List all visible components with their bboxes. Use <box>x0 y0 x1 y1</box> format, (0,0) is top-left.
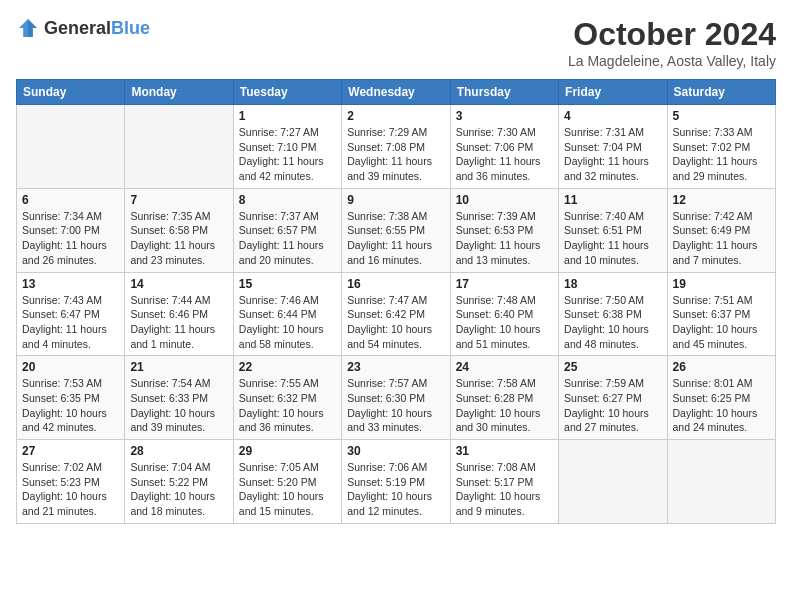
calendar-day-cell: 5Sunrise: 7:33 AMSunset: 7:02 PMDaylight… <box>667 105 775 189</box>
day-number: 22 <box>239 360 336 374</box>
calendar-day-cell <box>125 105 233 189</box>
calendar-week-row: 20Sunrise: 7:53 AMSunset: 6:35 PMDayligh… <box>17 356 776 440</box>
calendar-week-row: 27Sunrise: 7:02 AMSunset: 5:23 PMDayligh… <box>17 440 776 524</box>
day-info: Sunrise: 7:08 AMSunset: 5:17 PMDaylight:… <box>456 460 553 519</box>
calendar-day-cell: 30Sunrise: 7:06 AMSunset: 5:19 PMDayligh… <box>342 440 450 524</box>
calendar-day-cell: 21Sunrise: 7:54 AMSunset: 6:33 PMDayligh… <box>125 356 233 440</box>
day-number: 7 <box>130 193 227 207</box>
day-number: 14 <box>130 277 227 291</box>
day-number: 29 <box>239 444 336 458</box>
calendar-day-cell: 31Sunrise: 7:08 AMSunset: 5:17 PMDayligh… <box>450 440 558 524</box>
calendar-week-row: 13Sunrise: 7:43 AMSunset: 6:47 PMDayligh… <box>17 272 776 356</box>
day-info: Sunrise: 7:02 AMSunset: 5:23 PMDaylight:… <box>22 460 119 519</box>
calendar-week-row: 6Sunrise: 7:34 AMSunset: 7:00 PMDaylight… <box>17 188 776 272</box>
day-info: Sunrise: 7:46 AMSunset: 6:44 PMDaylight:… <box>239 293 336 352</box>
weekday-header-row: SundayMondayTuesdayWednesdayThursdayFrid… <box>17 80 776 105</box>
day-number: 30 <box>347 444 444 458</box>
day-info: Sunrise: 7:43 AMSunset: 6:47 PMDaylight:… <box>22 293 119 352</box>
day-info: Sunrise: 7:39 AMSunset: 6:53 PMDaylight:… <box>456 209 553 268</box>
calendar-day-cell: 28Sunrise: 7:04 AMSunset: 5:22 PMDayligh… <box>125 440 233 524</box>
day-info: Sunrise: 7:37 AMSunset: 6:57 PMDaylight:… <box>239 209 336 268</box>
day-info: Sunrise: 7:44 AMSunset: 6:46 PMDaylight:… <box>130 293 227 352</box>
calendar-day-cell: 17Sunrise: 7:48 AMSunset: 6:40 PMDayligh… <box>450 272 558 356</box>
day-number: 17 <box>456 277 553 291</box>
day-number: 6 <box>22 193 119 207</box>
day-number: 12 <box>673 193 770 207</box>
logo: GeneralBlue <box>16 16 150 40</box>
day-number: 20 <box>22 360 119 374</box>
calendar-day-cell: 25Sunrise: 7:59 AMSunset: 6:27 PMDayligh… <box>559 356 667 440</box>
calendar-day-cell: 22Sunrise: 7:55 AMSunset: 6:32 PMDayligh… <box>233 356 341 440</box>
day-number: 21 <box>130 360 227 374</box>
calendar-day-cell: 2Sunrise: 7:29 AMSunset: 7:08 PMDaylight… <box>342 105 450 189</box>
calendar-day-cell: 13Sunrise: 7:43 AMSunset: 6:47 PMDayligh… <box>17 272 125 356</box>
calendar-day-cell: 9Sunrise: 7:38 AMSunset: 6:55 PMDaylight… <box>342 188 450 272</box>
weekday-header: Monday <box>125 80 233 105</box>
day-number: 18 <box>564 277 661 291</box>
day-number: 13 <box>22 277 119 291</box>
day-info: Sunrise: 7:53 AMSunset: 6:35 PMDaylight:… <box>22 376 119 435</box>
day-info: Sunrise: 8:01 AMSunset: 6:25 PMDaylight:… <box>673 376 770 435</box>
day-info: Sunrise: 7:38 AMSunset: 6:55 PMDaylight:… <box>347 209 444 268</box>
day-info: Sunrise: 7:57 AMSunset: 6:30 PMDaylight:… <box>347 376 444 435</box>
weekday-header: Friday <box>559 80 667 105</box>
calendar-day-cell: 18Sunrise: 7:50 AMSunset: 6:38 PMDayligh… <box>559 272 667 356</box>
calendar-day-cell <box>17 105 125 189</box>
day-number: 10 <box>456 193 553 207</box>
day-number: 5 <box>673 109 770 123</box>
day-number: 19 <box>673 277 770 291</box>
day-number: 3 <box>456 109 553 123</box>
day-info: Sunrise: 7:04 AMSunset: 5:22 PMDaylight:… <box>130 460 227 519</box>
calendar-day-cell: 10Sunrise: 7:39 AMSunset: 6:53 PMDayligh… <box>450 188 558 272</box>
day-info: Sunrise: 7:35 AMSunset: 6:58 PMDaylight:… <box>130 209 227 268</box>
day-number: 31 <box>456 444 553 458</box>
logo-blue-text: Blue <box>111 18 150 38</box>
calendar-day-cell: 4Sunrise: 7:31 AMSunset: 7:04 PMDaylight… <box>559 105 667 189</box>
weekday-header: Thursday <box>450 80 558 105</box>
weekday-header: Tuesday <box>233 80 341 105</box>
day-number: 11 <box>564 193 661 207</box>
day-number: 4 <box>564 109 661 123</box>
day-info: Sunrise: 7:48 AMSunset: 6:40 PMDaylight:… <box>456 293 553 352</box>
weekday-header: Saturday <box>667 80 775 105</box>
day-info: Sunrise: 7:47 AMSunset: 6:42 PMDaylight:… <box>347 293 444 352</box>
weekday-header: Sunday <box>17 80 125 105</box>
day-info: Sunrise: 7:58 AMSunset: 6:28 PMDaylight:… <box>456 376 553 435</box>
calendar-day-cell: 11Sunrise: 7:40 AMSunset: 6:51 PMDayligh… <box>559 188 667 272</box>
day-number: 16 <box>347 277 444 291</box>
calendar-day-cell: 24Sunrise: 7:58 AMSunset: 6:28 PMDayligh… <box>450 356 558 440</box>
calendar-day-cell <box>559 440 667 524</box>
day-info: Sunrise: 7:59 AMSunset: 6:27 PMDaylight:… <box>564 376 661 435</box>
calendar-day-cell: 19Sunrise: 7:51 AMSunset: 6:37 PMDayligh… <box>667 272 775 356</box>
day-info: Sunrise: 7:40 AMSunset: 6:51 PMDaylight:… <box>564 209 661 268</box>
day-number: 15 <box>239 277 336 291</box>
calendar-day-cell: 20Sunrise: 7:53 AMSunset: 6:35 PMDayligh… <box>17 356 125 440</box>
calendar-day-cell: 6Sunrise: 7:34 AMSunset: 7:00 PMDaylight… <box>17 188 125 272</box>
page-header: GeneralBlue October 2024 La Magdeleine, … <box>16 16 776 69</box>
calendar-day-cell: 16Sunrise: 7:47 AMSunset: 6:42 PMDayligh… <box>342 272 450 356</box>
day-info: Sunrise: 7:31 AMSunset: 7:04 PMDaylight:… <box>564 125 661 184</box>
day-number: 9 <box>347 193 444 207</box>
day-info: Sunrise: 7:55 AMSunset: 6:32 PMDaylight:… <box>239 376 336 435</box>
calendar-day-cell: 27Sunrise: 7:02 AMSunset: 5:23 PMDayligh… <box>17 440 125 524</box>
day-number: 27 <box>22 444 119 458</box>
day-info: Sunrise: 7:06 AMSunset: 5:19 PMDaylight:… <box>347 460 444 519</box>
calendar-day-cell: 14Sunrise: 7:44 AMSunset: 6:46 PMDayligh… <box>125 272 233 356</box>
month-title: October 2024 <box>568 16 776 53</box>
day-number: 23 <box>347 360 444 374</box>
calendar-day-cell <box>667 440 775 524</box>
day-number: 24 <box>456 360 553 374</box>
day-info: Sunrise: 7:33 AMSunset: 7:02 PMDaylight:… <box>673 125 770 184</box>
day-info: Sunrise: 7:50 AMSunset: 6:38 PMDaylight:… <box>564 293 661 352</box>
calendar-day-cell: 12Sunrise: 7:42 AMSunset: 6:49 PMDayligh… <box>667 188 775 272</box>
day-info: Sunrise: 7:34 AMSunset: 7:00 PMDaylight:… <box>22 209 119 268</box>
svg-marker-1 <box>28 19 37 37</box>
location-title: La Magdeleine, Aosta Valley, Italy <box>568 53 776 69</box>
day-number: 2 <box>347 109 444 123</box>
day-number: 25 <box>564 360 661 374</box>
day-number: 8 <box>239 193 336 207</box>
day-info: Sunrise: 7:27 AMSunset: 7:10 PMDaylight:… <box>239 125 336 184</box>
calendar-day-cell: 8Sunrise: 7:37 AMSunset: 6:57 PMDaylight… <box>233 188 341 272</box>
calendar-day-cell: 23Sunrise: 7:57 AMSunset: 6:30 PMDayligh… <box>342 356 450 440</box>
day-number: 28 <box>130 444 227 458</box>
